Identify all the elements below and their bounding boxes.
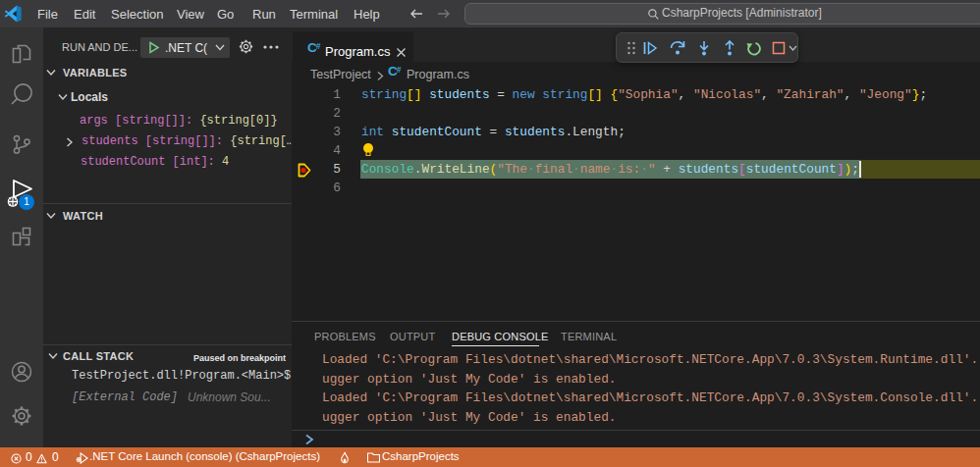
svg-text:#: # bbox=[397, 65, 402, 75]
svg-text:#: # bbox=[316, 41, 321, 51]
